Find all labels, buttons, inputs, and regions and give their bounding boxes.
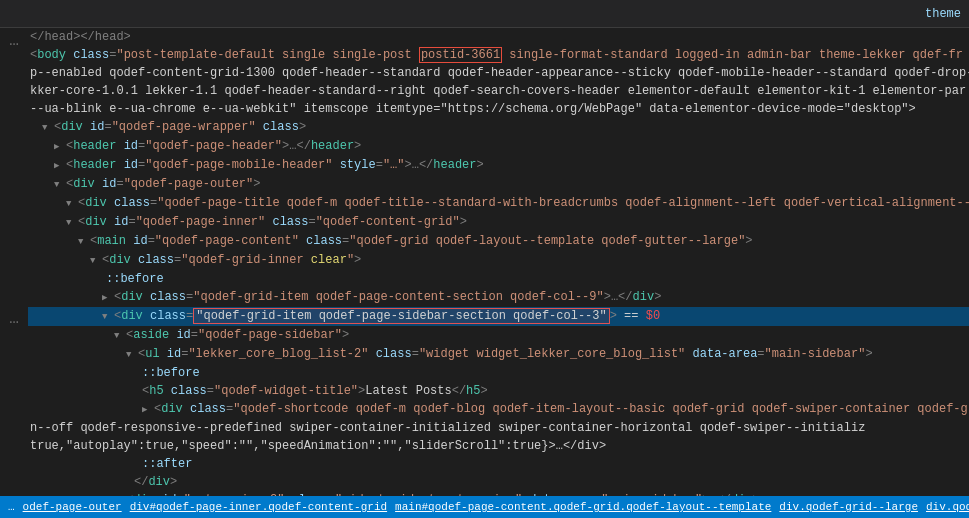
code-line[interactable]: ::before — [28, 364, 969, 382]
code-line[interactable]: p--enabled qodef-content-grid-1300 qodef… — [28, 64, 969, 82]
status-breadcrumb: … — [8, 501, 15, 513]
status-item-2[interactable]: div#qodef-page-inner.qodef-content-grid — [130, 501, 387, 513]
code-line[interactable]: true,"autoplay":true,"speed":"","speedAn… — [28, 437, 969, 455]
code-line[interactable]: <div class="qodef-shortcode qodef-m qode… — [28, 400, 969, 419]
gutter-dot-2: … — [9, 310, 19, 328]
theme-label: theme — [925, 7, 961, 21]
left-gutter: … … — [0, 28, 28, 496]
code-line[interactable]: <div class="qodef-page-title qodef-m qod… — [28, 194, 969, 213]
code-line[interactable]: <h5 class="qodef-widget-title">Latest Po… — [28, 382, 969, 400]
code-line[interactable]: ::before — [28, 270, 969, 288]
gutter-dot-1: … — [9, 32, 19, 50]
code-line[interactable]: ::after — [28, 455, 969, 473]
code-line[interactable]: <ul id="lekker_core_blog_list-2" class="… — [28, 345, 969, 364]
code-line[interactable]: <div class="qodef-grid-item qodef-page-s… — [28, 307, 969, 326]
code-line[interactable]: <div class="qodef-grid-item qodef-page-c… — [28, 288, 969, 307]
code-line[interactable]: kker-core-1.0.1 lekker-1.1 qodef-header-… — [28, 82, 969, 100]
status-item-4[interactable]: div.qodef-grid--large — [779, 501, 918, 513]
status-item-5[interactable]: div.qodef-g — [926, 501, 969, 513]
code-line[interactable]: <header id="qodef-page-mobile-header" st… — [28, 156, 969, 175]
code-line[interactable]: <aside id="qodef-page-sidebar"> — [28, 326, 969, 345]
code-line[interactable]: <div id="qodef-page-inner" class="qodef-… — [28, 213, 969, 232]
status-bar: … odef-page-outer div#qodef-page-inner.q… — [0, 496, 969, 518]
code-line[interactable]: --ua-blink e--ua-chrome e--ua-webkit" it… — [28, 100, 969, 118]
code-line[interactable]: n--off qodef-responsive--predefined swip… — [28, 419, 969, 437]
top-bar: theme — [0, 0, 969, 28]
code-line[interactable]: <body class="post-template-default singl… — [28, 46, 969, 64]
code-area[interactable]: </head></head><body class="post-template… — [28, 28, 969, 496]
code-lines: </head></head><body class="post-template… — [28, 28, 969, 496]
code-line[interactable]: <div id="qodef-page-wrapper" class> — [28, 118, 969, 137]
code-line[interactable]: <main id="qodef-page-content" class="qod… — [28, 232, 969, 251]
code-line[interactable]: </div> — [28, 473, 969, 491]
status-item-3[interactable]: main#qodef-page-content.qodef-grid.qodef… — [395, 501, 771, 513]
main-area: … … </head></head><body class="post-temp… — [0, 28, 969, 496]
code-line[interactable]: <header id="qodef-page-header">…</header… — [28, 137, 969, 156]
code-line[interactable]: <div class="qodef-grid-inner clear"> — [28, 251, 969, 270]
code-line[interactable]: </head></head> — [28, 28, 969, 46]
code-line[interactable]: <div id="qodef-page-outer"> — [28, 175, 969, 194]
status-item-1[interactable]: odef-page-outer — [23, 501, 122, 513]
